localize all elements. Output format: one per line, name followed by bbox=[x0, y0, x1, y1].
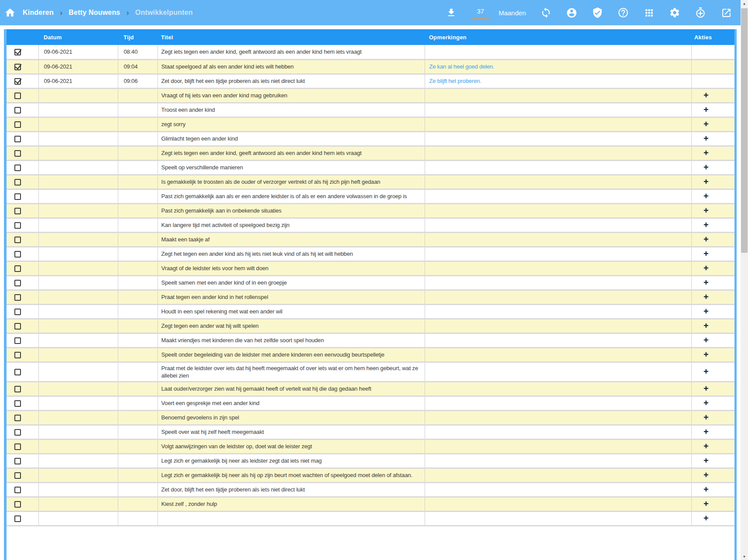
add-observation-button[interactable]: + bbox=[703, 120, 709, 128]
akties-cell: + bbox=[691, 439, 734, 453]
add-observation-button[interactable]: + bbox=[703, 235, 709, 244]
row-checkbox[interactable] bbox=[14, 429, 21, 436]
scroll-up-icon[interactable]: ▲ bbox=[741, 0, 748, 7]
app-bar: Kinderen › Betty Nouwens › Ontwikkelpunt… bbox=[0, 0, 741, 25]
row-checkbox[interactable] bbox=[14, 208, 21, 214]
open-in-new-icon[interactable] bbox=[721, 7, 732, 18]
add-observation-button[interactable]: + bbox=[703, 336, 709, 344]
row-checkbox[interactable] bbox=[14, 237, 21, 243]
row-checkbox[interactable] bbox=[14, 64, 21, 70]
add-observation-button[interactable]: + bbox=[703, 163, 709, 172]
add-observation-button[interactable]: + bbox=[703, 456, 709, 465]
add-observation-button[interactable]: + bbox=[703, 413, 709, 422]
checkbox-cell bbox=[7, 117, 38, 131]
akties-cell: + bbox=[691, 218, 734, 232]
table-row: Troost een ander kind+ bbox=[7, 103, 734, 117]
add-observation-button[interactable]: + bbox=[703, 134, 709, 143]
tijd-cell bbox=[118, 290, 158, 304]
row-checkbox[interactable] bbox=[14, 93, 21, 99]
add-observation-button[interactable]: + bbox=[703, 321, 709, 330]
file-download-icon[interactable] bbox=[446, 7, 457, 18]
add-observation-button[interactable]: + bbox=[703, 206, 709, 215]
vertical-scrollbar[interactable]: ▲ ▼ bbox=[741, 0, 748, 560]
settings-gear-icon[interactable] bbox=[669, 7, 680, 18]
row-checkbox[interactable] bbox=[14, 337, 21, 344]
help-icon[interactable] bbox=[618, 7, 629, 18]
row-checkbox[interactable] bbox=[14, 222, 21, 229]
row-checkbox[interactable] bbox=[14, 515, 21, 522]
row-checkbox[interactable] bbox=[14, 501, 21, 508]
row-checkbox[interactable] bbox=[14, 251, 21, 258]
account-icon[interactable] bbox=[566, 7, 577, 18]
row-checkbox[interactable] bbox=[14, 165, 21, 171]
add-observation-button[interactable]: + bbox=[703, 367, 709, 376]
add-observation-button[interactable]: + bbox=[703, 499, 709, 508]
row-checkbox[interactable] bbox=[14, 443, 21, 450]
add-observation-button[interactable]: + bbox=[703, 471, 709, 479]
add-observation-button[interactable]: + bbox=[703, 220, 709, 229]
row-checkbox[interactable] bbox=[14, 472, 21, 479]
row-checkbox[interactable] bbox=[14, 49, 21, 55]
row-checkbox[interactable] bbox=[14, 280, 21, 286]
akties-cell: + bbox=[691, 146, 734, 160]
datum-cell bbox=[38, 410, 118, 425]
add-observation-button[interactable]: + bbox=[703, 192, 709, 200]
shield-check-icon[interactable] bbox=[592, 7, 603, 18]
breadcrumb-item-child[interactable]: Betty Nouwens bbox=[69, 9, 120, 17]
add-observation-button[interactable]: + bbox=[703, 292, 709, 301]
checkbox-cell bbox=[7, 319, 38, 333]
row-checkbox[interactable] bbox=[14, 193, 21, 200]
add-observation-button[interactable]: + bbox=[703, 399, 709, 407]
row-checkbox[interactable] bbox=[14, 487, 21, 493]
row-checkbox[interactable] bbox=[14, 107, 21, 113]
row-checkbox[interactable] bbox=[14, 179, 21, 186]
add-observation-button[interactable]: + bbox=[703, 307, 709, 316]
add-observation-button[interactable]: + bbox=[703, 91, 709, 100]
months-input[interactable]: 37 bbox=[471, 7, 490, 19]
sync-icon[interactable] bbox=[540, 7, 552, 18]
row-checkbox[interactable] bbox=[14, 136, 21, 142]
opmerking-cell bbox=[425, 304, 691, 319]
add-observation-button[interactable]: + bbox=[703, 350, 709, 359]
add-observation-button[interactable]: + bbox=[703, 278, 709, 287]
remark-link[interactable]: Ze kan al heel goed delen. bbox=[429, 63, 494, 70]
row-checkbox[interactable] bbox=[14, 265, 21, 272]
months-label: Maanden bbox=[498, 9, 526, 17]
timer-add-icon[interactable] bbox=[695, 7, 706, 18]
breadcrumb-item-kinderen[interactable]: Kinderen bbox=[23, 9, 54, 17]
checkbox-cell bbox=[7, 88, 38, 103]
row-checkbox[interactable] bbox=[14, 150, 21, 157]
row-checkbox[interactable] bbox=[14, 78, 21, 85]
add-observation-button[interactable]: + bbox=[703, 384, 709, 393]
row-checkbox[interactable] bbox=[14, 415, 21, 421]
row-checkbox[interactable] bbox=[14, 323, 21, 330]
add-observation-button[interactable]: + bbox=[703, 427, 709, 436]
opmerking-cell bbox=[425, 146, 691, 160]
row-checkbox[interactable] bbox=[14, 369, 21, 375]
apps-grid-icon[interactable] bbox=[643, 7, 655, 18]
add-observation-button[interactable]: + bbox=[703, 177, 709, 186]
add-observation-button[interactable]: + bbox=[703, 249, 709, 258]
titel-cell: Praat met de leidster over iets dat hij … bbox=[158, 362, 425, 381]
titel-cell: Zegt tegen een ander wat hij wilt spelen bbox=[158, 319, 425, 333]
add-observation-button[interactable]: + bbox=[703, 514, 709, 522]
row-checkbox[interactable] bbox=[14, 458, 21, 464]
row-checkbox[interactable] bbox=[14, 294, 21, 301]
row-checkbox[interactable] bbox=[14, 386, 21, 392]
titel-cell: Kiest zelf , zonder hulp bbox=[158, 497, 425, 511]
add-observation-button[interactable]: + bbox=[703, 148, 709, 157]
column-header-datum: Datum bbox=[38, 29, 118, 45]
scroll-down-icon[interactable]: ▼ bbox=[741, 553, 748, 560]
row-checkbox[interactable] bbox=[14, 121, 21, 128]
remark-link[interactable]: Ze blijft het proberen. bbox=[429, 78, 481, 84]
akties-cell: + bbox=[691, 160, 734, 175]
add-observation-button[interactable]: + bbox=[703, 105, 709, 114]
row-checkbox[interactable] bbox=[14, 352, 21, 358]
add-observation-button[interactable]: + bbox=[703, 485, 709, 494]
add-observation-button[interactable]: + bbox=[703, 442, 709, 450]
add-observation-button[interactable]: + bbox=[703, 264, 709, 272]
home-icon[interactable] bbox=[3, 6, 17, 19]
row-checkbox[interactable] bbox=[14, 400, 21, 407]
scrollbar-thumb[interactable] bbox=[741, 8, 748, 253]
row-checkbox[interactable] bbox=[14, 309, 21, 315]
